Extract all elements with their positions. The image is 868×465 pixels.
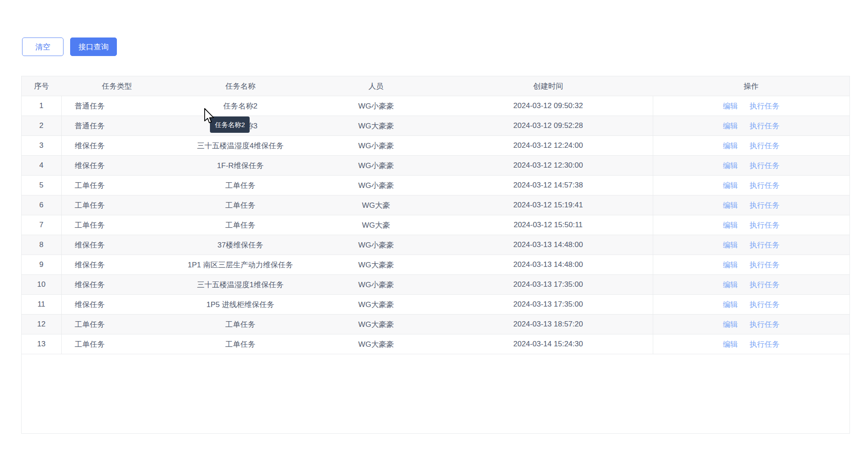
execute-task-link[interactable]: 执行任务 — [750, 241, 780, 249]
table-row: 13 工单任务 工单任务 WG大豪豪 2024-03-14 15:24:30 编… — [22, 334, 849, 354]
cell-task-type: 维保任务 — [61, 295, 172, 315]
cell-task-type: 维保任务 — [61, 156, 172, 176]
execute-task-link[interactable]: 执行任务 — [750, 201, 780, 210]
execute-task-link[interactable]: 执行任务 — [750, 281, 780, 289]
execute-task-link[interactable]: 执行任务 — [750, 122, 780, 130]
clear-button[interactable]: 清空 — [22, 38, 64, 56]
table-row: 9 维保任务 1P1 南区三层生产动力维保任务 WG大豪豪 2024-03-13… — [22, 255, 849, 275]
cell-task-type: 普通任务 — [61, 116, 172, 136]
cell-task-type: 工单任务 — [61, 334, 172, 354]
table-row: 11 维保任务 1P5 进线柜维保任务 WG大豪豪 2024-03-13 17:… — [22, 295, 849, 315]
cell-index: 11 — [22, 295, 61, 315]
cell-task-name: 工单任务 — [172, 176, 308, 195]
execute-task-link[interactable]: 执行任务 — [750, 340, 780, 349]
cell-task-name: 工单任务 — [172, 215, 308, 235]
cell-created-time: 2024-03-12 15:50:11 — [444, 215, 653, 235]
cell-created-time: 2024-03-14 15:24:30 — [444, 334, 653, 354]
table-row: 2 普通任务 任务名称3 WG大豪豪 2024-03-12 09:52:28 编… — [22, 116, 849, 136]
execute-task-link[interactable]: 执行任务 — [750, 142, 780, 150]
cell-task-name: 37楼维保任务 — [172, 235, 308, 255]
table-row: 6 工单任务 工单任务 WG大豪 2024-03-12 15:19:41 编辑 … — [22, 195, 849, 215]
cell-task-type: 维保任务 — [61, 235, 172, 255]
col-header-name: 任务名称 — [172, 76, 308, 96]
cell-task-type: 工单任务 — [61, 195, 172, 215]
edit-link[interactable]: 编辑 — [723, 221, 738, 229]
edit-link[interactable]: 编辑 — [723, 122, 738, 130]
cell-task-type: 维保任务 — [61, 275, 172, 295]
cell-created-time: 2024-03-13 17:35:00 — [444, 275, 653, 295]
cell-task-name: 三十五楼温湿度1维保任务 — [172, 275, 308, 295]
col-header-created: 创建时间 — [444, 76, 653, 96]
cell-index: 3 — [22, 136, 61, 156]
cell-person: WG大豪豪 — [308, 334, 444, 354]
cell-index: 2 — [22, 116, 61, 136]
task-name-tooltip: 任务名称2 — [210, 116, 250, 133]
edit-link[interactable]: 编辑 — [723, 161, 738, 170]
execute-task-link[interactable]: 执行任务 — [750, 320, 780, 329]
edit-link[interactable]: 编辑 — [723, 320, 738, 329]
cell-created-time: 2024-03-13 17:35:00 — [444, 295, 653, 315]
cell-actions: 编辑 执行任务 — [653, 275, 849, 295]
execute-task-link[interactable]: 执行任务 — [750, 300, 780, 309]
edit-link[interactable]: 编辑 — [723, 261, 738, 269]
table-row: 1 普通任务 任务名称2 WG小豪豪 2024-03-12 09:50:32 编… — [22, 96, 849, 116]
cell-created-time: 2024-03-13 18:57:20 — [444, 315, 653, 334]
table-row: 5 工单任务 工单任务 WG小豪豪 2024-03-12 14:57:38 编辑… — [22, 176, 849, 195]
cell-created-time: 2024-03-12 09:50:32 — [444, 96, 653, 116]
execute-task-link[interactable]: 执行任务 — [750, 102, 780, 110]
cell-task-name: 三十五楼温湿度4维保任务 — [172, 136, 308, 156]
execute-task-link[interactable]: 执行任务 — [750, 161, 780, 170]
cell-task-type: 普通任务 — [61, 96, 172, 116]
cell-actions: 编辑 执行任务 — [653, 295, 849, 315]
cell-task-name: 1P5 进线柜维保任务 — [172, 295, 308, 315]
execute-task-link[interactable]: 执行任务 — [750, 261, 780, 269]
cell-task-type: 工单任务 — [61, 176, 172, 195]
cell-index: 1 — [22, 96, 61, 116]
cell-person: WG大豪豪 — [308, 116, 444, 136]
edit-link[interactable]: 编辑 — [723, 102, 738, 110]
cell-index: 7 — [22, 215, 61, 235]
edit-link[interactable]: 编辑 — [723, 340, 738, 349]
query-button[interactable]: 接口查询 — [70, 38, 117, 56]
cell-actions: 编辑 执行任务 — [653, 195, 849, 215]
task-table: 序号 任务类型 任务名称 人员 创建时间 操作 1 普通任务 任务名称2 WG小… — [21, 76, 850, 434]
cell-task-type: 工单任务 — [61, 315, 172, 334]
execute-task-link[interactable]: 执行任务 — [750, 181, 780, 190]
mouse-cursor-icon — [204, 108, 215, 125]
edit-link[interactable]: 编辑 — [723, 281, 738, 289]
cell-task-name: 工单任务 — [172, 195, 308, 215]
edit-link[interactable]: 编辑 — [723, 142, 738, 150]
cell-task-name: 1P1 南区三层生产动力维保任务 — [172, 255, 308, 275]
table-row: 10 维保任务 三十五楼温湿度1维保任务 WG小豪豪 2024-03-13 17… — [22, 275, 849, 295]
edit-link[interactable]: 编辑 — [723, 241, 738, 249]
col-header-index: 序号 — [22, 76, 61, 96]
cell-actions: 编辑 执行任务 — [653, 255, 849, 275]
cell-task-type: 工单任务 — [61, 215, 172, 235]
cell-actions: 编辑 执行任务 — [653, 215, 849, 235]
cell-index: 10 — [22, 275, 61, 295]
table-row: 8 维保任务 37楼维保任务 WG小豪豪 2024-03-13 14:48:00… — [22, 235, 849, 255]
table-body: 1 普通任务 任务名称2 WG小豪豪 2024-03-12 09:50:32 编… — [22, 96, 849, 354]
edit-link[interactable]: 编辑 — [723, 300, 738, 309]
edit-link[interactable]: 编辑 — [723, 201, 738, 210]
col-header-actions: 操作 — [653, 76, 849, 96]
task-table-grid: 序号 任务类型 任务名称 人员 创建时间 操作 1 普通任务 任务名称2 WG小… — [22, 76, 849, 354]
cell-index: 12 — [22, 315, 61, 334]
cell-person: WG小豪豪 — [308, 235, 444, 255]
cell-person: WG小豪豪 — [308, 156, 444, 176]
execute-task-link[interactable]: 执行任务 — [750, 221, 780, 229]
edit-link[interactable]: 编辑 — [723, 181, 738, 190]
cell-task-name: 工单任务 — [172, 334, 308, 354]
toolbar: 清空 接口查询 — [22, 38, 117, 56]
cell-created-time: 2024-03-12 12:30:00 — [444, 156, 653, 176]
cell-person: WG大豪豪 — [308, 295, 444, 315]
cell-task-name: 1F-R维保任务 — [172, 156, 308, 176]
cell-created-time: 2024-03-12 15:19:41 — [444, 195, 653, 215]
cell-index: 8 — [22, 235, 61, 255]
cell-actions: 编辑 执行任务 — [653, 334, 849, 354]
cell-person: WG大豪 — [308, 195, 444, 215]
cell-index: 5 — [22, 176, 61, 195]
table-row: 12 工单任务 工单任务 WG大豪豪 2024-03-13 18:57:20 编… — [22, 315, 849, 334]
cell-actions: 编辑 执行任务 — [653, 96, 849, 116]
cell-created-time: 2024-03-12 09:52:28 — [444, 116, 653, 136]
